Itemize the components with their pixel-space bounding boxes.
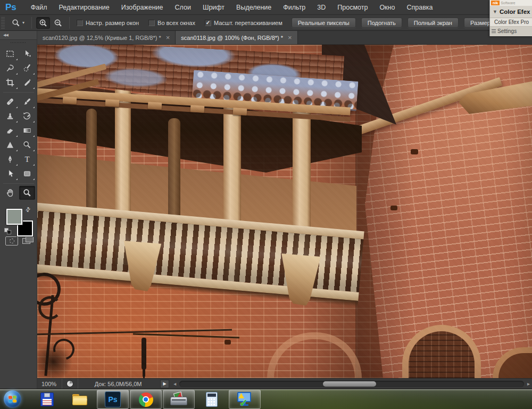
checkbox-box: ✓ <box>205 20 211 26</box>
spot-healing-tool[interactable] <box>2 95 18 109</box>
taskbar-item-scanner[interactable] <box>163 390 195 409</box>
collapse-panel-button[interactable]: ◀◀ <box>0 31 37 40</box>
tools-panel: ◀◀ <box>0 31 37 389</box>
checkbox-box <box>77 20 83 26</box>
lasso-tool[interactable] <box>2 61 18 75</box>
menu-item-window[interactable]: Окно <box>373 1 401 14</box>
crop-tool[interactable] <box>2 76 18 89</box>
divider <box>31 17 32 29</box>
zoom-out-button[interactable] <box>51 17 65 29</box>
taskbar-item-save-utility[interactable] <box>31 390 63 409</box>
panel-subtitle: Color Efex Pro <box>490 18 532 27</box>
chrome-icon <box>139 392 153 407</box>
screen-mode-button[interactable] <box>22 236 34 246</box>
quick-selection-tool[interactable] <box>19 61 35 75</box>
marquee-icon <box>5 49 15 59</box>
taskbar-item-photoshop[interactable]: Ps <box>97 390 129 409</box>
start-button[interactable] <box>4 390 21 408</box>
tab-scan0118[interactable]: scan0118.jpg @ 100% (Фон, RGB/8*) * × <box>176 31 297 44</box>
clone-stamp-tool[interactable] <box>2 109 18 123</box>
zoom-level-field[interactable]: 100% <box>37 381 62 387</box>
photoshop-logo: Ps <box>5 2 16 13</box>
fit-screen-button[interactable]: Подогнать <box>361 18 402 28</box>
menu-item-type[interactable]: Шрифт <box>197 1 230 14</box>
status-menu-button[interactable]: ▶ <box>160 380 169 388</box>
options-bar-grip[interactable] <box>1 17 5 29</box>
horizontal-scrollbar[interactable] <box>179 381 524 387</box>
rectangular-marquee-tool[interactable] <box>2 47 18 61</box>
zoom-out-icon <box>53 18 63 28</box>
actual-pixels-button[interactable]: Реальные пикселы <box>292 18 356 28</box>
checkbox-resize-windows[interactable]: Настр. размер окон <box>77 20 139 26</box>
close-tab-icon[interactable]: × <box>288 35 292 40</box>
fill-screen-button[interactable]: Полный экран <box>408 18 459 28</box>
quick-selection-icon <box>22 63 32 73</box>
settings-label: Settings <box>497 28 517 34</box>
tab-scan0120[interactable]: scan0120.jpg @ 12,5% (Кривые 1, RGB/8*) … <box>37 31 176 44</box>
hand-tool[interactable] <box>2 186 18 200</box>
eraser-icon <box>5 126 15 135</box>
close-tab-icon[interactable]: × <box>166 35 170 40</box>
scroll-left-icon[interactable]: ◂ <box>171 381 178 387</box>
settings-icon <box>492 29 496 33</box>
panel-header[interactable]: ▼ Color Efex P <box>490 6 532 18</box>
history-brush-icon <box>22 111 32 121</box>
calculator-icon <box>206 392 218 407</box>
checkbox-box <box>148 20 155 26</box>
menu-item-view[interactable]: Просмотр <box>331 1 373 14</box>
zoom-tool-preset[interactable]: ▾ <box>11 18 24 28</box>
menu-item-select[interactable]: Выделение <box>230 1 277 14</box>
taskbar-item-system-check[interactable]: ✓ <box>229 390 261 409</box>
foreground-color-swatch[interactable] <box>6 209 22 225</box>
eyedropper-tool[interactable] <box>19 76 35 89</box>
scrollbar-thumb[interactable] <box>323 381 376 387</box>
move-icon <box>22 49 32 59</box>
menu-item-3d[interactable]: 3D <box>311 1 331 14</box>
path-selection-tool[interactable] <box>2 167 18 181</box>
default-colors-icon[interactable] <box>4 228 12 234</box>
nik-brand-suffix: Software <box>501 1 516 5</box>
checkbox-label: Масшт. перетаскиванием <box>214 20 282 26</box>
shape-tool[interactable] <box>19 167 35 181</box>
taskbar-item-calculator[interactable] <box>196 390 228 409</box>
panel-grip[interactable] <box>0 40 37 45</box>
pen-tool[interactable] <box>2 152 18 166</box>
brush-icon <box>22 97 32 107</box>
blur-tool[interactable] <box>2 138 18 152</box>
taskbar-item-chrome[interactable] <box>130 390 162 409</box>
rectangle-shape-icon <box>22 169 32 178</box>
brush-tool[interactable] <box>19 95 35 109</box>
zoom-tool[interactable] <box>19 186 35 200</box>
checkbox-scrubby-zoom[interactable]: ✓ Масшт. перетаскиванием <box>205 20 282 26</box>
panel-title: Color Efex P <box>500 9 532 15</box>
scanner-icon <box>170 392 187 406</box>
hand-icon <box>5 188 15 198</box>
quick-mask-button[interactable] <box>5 236 18 246</box>
move-tool[interactable] <box>19 47 35 61</box>
type-tool[interactable]: T <box>19 152 35 166</box>
menu-item-file[interactable]: Файл <box>25 1 53 14</box>
menu-item-edit[interactable]: Редактирование <box>53 1 115 14</box>
dodge-tool[interactable] <box>19 138 35 152</box>
menu-item-layers[interactable]: Слои <box>169 1 197 14</box>
document-size-readout[interactable]: Док: 56,0M/56,0M <box>78 381 158 387</box>
document-canvas[interactable] <box>37 45 532 378</box>
history-brush-tool[interactable] <box>19 109 35 123</box>
swap-colors-icon[interactable]: ⇄ <box>24 206 32 214</box>
taskbar-item-explorer[interactable] <box>64 390 96 409</box>
checkbox-all-windows[interactable]: Во всех окнах <box>148 20 195 26</box>
divider <box>3 92 34 93</box>
tool-options-bar: ▾ Настр. размер окон Во всех окна <box>0 15 532 31</box>
scroll-right-icon[interactable]: ▸ <box>525 381 532 387</box>
menu-item-image[interactable]: Изображение <box>115 1 169 14</box>
eraser-tool[interactable] <box>2 124 18 137</box>
settings-tab[interactable]: Settings <box>490 27 532 36</box>
zoom-in-button[interactable] <box>36 17 50 29</box>
zoom-in-icon <box>38 18 48 28</box>
gradient-tool[interactable] <box>19 124 35 137</box>
chevron-down-icon: ▼ <box>493 9 497 14</box>
menu-item-filter[interactable]: Фильтр <box>277 1 311 14</box>
menu-item-help[interactable]: Справка <box>401 1 438 14</box>
floppy-disk-icon <box>40 392 54 406</box>
doc-info-icon[interactable] <box>66 380 73 387</box>
